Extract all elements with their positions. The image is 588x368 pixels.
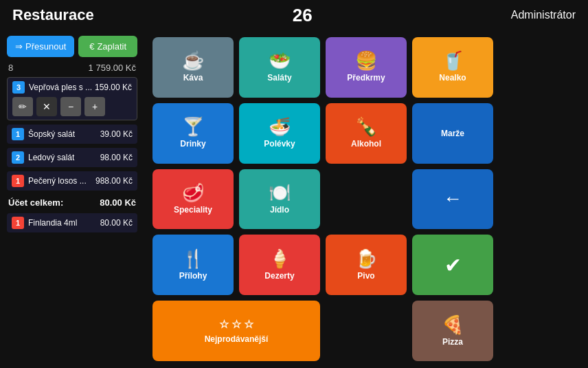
- empty-cell-5: [499, 235, 580, 295]
- empty-cell-7: [499, 301, 580, 361]
- dezerty-label: Dezerty: [264, 271, 294, 281]
- empty-cell-2: [499, 103, 580, 164]
- edit-minus-button[interactable]: −: [60, 97, 81, 116]
- user-label: Administrátor: [511, 9, 576, 21]
- item-price: 98.00 Kč: [100, 153, 133, 162]
- total-value: 80.00 Kč: [100, 197, 136, 208]
- order-summary-row: 8 1 759.00 Kč: [7, 63, 137, 73]
- edit-plus-button[interactable]: +: [84, 97, 105, 116]
- pizza-label: Pizza: [442, 337, 463, 347]
- main-layout: ⇒ Přesunout € Zaplatit 8 1 759.00 Kč 3 V…: [0, 30, 588, 368]
- pizza-icon: 🍕: [442, 316, 464, 334]
- item-name: Vepřová ples s ...: [29, 83, 95, 92]
- category-nealko[interactable]: 🥤 Nealko: [412, 37, 493, 98]
- prilohy-icon: 🍴: [182, 250, 204, 268]
- pivo-label: Pivo: [357, 271, 374, 281]
- empty-cell-4: [499, 169, 580, 230]
- category-speciality[interactable]: 🥩 Speciality: [152, 169, 234, 230]
- pivo-icon: 🍺: [355, 250, 377, 268]
- left-panel: ⇒ Přesunout € Zaplatit 8 1 759.00 Kč 3 V…: [0, 30, 144, 368]
- item-price: 988.00 Kč: [95, 176, 133, 186]
- edit-controls: ✏ ✕ − +: [12, 97, 132, 116]
- item-name: Finlandia 4ml: [28, 218, 100, 228]
- order-total: 1 759.00 Kč: [89, 63, 136, 73]
- item-qty: 1: [12, 217, 24, 229]
- transfer-button[interactable]: ⇒ Přesunout: [7, 36, 74, 57]
- pay-button[interactable]: € Zaplatit: [78, 36, 137, 57]
- finlandia-item: 1 Finlandia 4ml 80.00 Kč: [7, 213, 137, 232]
- category-salaty[interactable]: 🥗 Saláty: [239, 37, 320, 98]
- right-panel: ☕ Káva 🥗 Saláty 🍔 Předkrmy 🥤 Nealko 🍸 Dr…: [144, 30, 588, 368]
- category-polevky[interactable]: 🍜 Polévky: [239, 103, 320, 164]
- item-qty: 1: [12, 175, 24, 187]
- dezerty-icon: 🍦: [269, 250, 291, 268]
- polevky-icon: 🍜: [269, 118, 291, 136]
- category-pizza[interactable]: 🍕 Pizza: [412, 301, 493, 361]
- total-label: Účet celkem:: [8, 197, 63, 208]
- empty-cell-3: [326, 169, 407, 230]
- category-marze[interactable]: Marže: [412, 103, 493, 164]
- transfer-icon: ⇒: [15, 41, 23, 52]
- alkohol-icon: 🍾: [355, 118, 377, 136]
- header: Restaurace 26 Administrátor: [0, 0, 588, 30]
- table-number: 26: [293, 5, 313, 26]
- confirm-button[interactable]: ✔: [412, 235, 493, 295]
- marze-label: Marže: [441, 129, 464, 138]
- nealko-label: Nealko: [439, 73, 466, 83]
- order-item: 2 Ledový salát 98.00 Kč: [7, 148, 137, 167]
- speciality-icon: 🥩: [182, 184, 204, 202]
- category-kava[interactable]: ☕ Káva: [152, 37, 234, 98]
- item-qty: 1: [12, 128, 24, 140]
- category-alkohol[interactable]: 🍾 Alkohol: [326, 103, 407, 164]
- jidlo-icon: 🍽️: [269, 184, 291, 202]
- app-title: Restaurace: [12, 6, 94, 24]
- prilohy-label: Přílohy: [179, 271, 207, 281]
- edit-pencil-button[interactable]: ✏: [12, 97, 33, 116]
- order-item: 1 Pečený losos ... 988.00 Kč: [7, 171, 137, 191]
- alkohol-label: Alkohol: [351, 139, 381, 149]
- confirm-icon: ✔: [444, 253, 462, 277]
- item-qty: 2: [12, 151, 24, 164]
- salaty-icon: 🥗: [269, 52, 291, 69]
- total-row: Účet celkem: 80.00 Kč: [7, 195, 137, 209]
- predkrmy-label: Předkrmy: [347, 73, 385, 83]
- category-grid: ☕ Káva 🥗 Saláty 🍔 Předkrmy 🥤 Nealko 🍸 Dr…: [152, 37, 580, 361]
- order-count: 8: [8, 63, 13, 73]
- item-name: Pečený losos ...: [28, 176, 95, 186]
- item-price: 80.00 Kč: [100, 218, 133, 228]
- kava-label: Káva: [183, 73, 203, 83]
- nejprodavanejsi-label: Nejprodávanější: [205, 334, 269, 344]
- empty-cell-1: [499, 37, 580, 98]
- action-buttons: ⇒ Přesunout € Zaplatit: [7, 36, 137, 57]
- item-price: 39.00 Kč: [100, 129, 133, 139]
- order-item: 3 Vepřová ples s ... 159.00 Kč ✏ ✕ − +: [7, 77, 137, 120]
- edit-delete-button[interactable]: ✕: [36, 97, 57, 116]
- item-name: Šopský salát: [28, 129, 100, 139]
- predkrmy-icon: 🍔: [355, 52, 377, 69]
- category-nejprodavanejsi[interactable]: ☆ ☆ ☆ Nejprodávanější: [152, 301, 320, 361]
- back-button[interactable]: ←: [412, 169, 493, 230]
- category-jidlo[interactable]: 🍽️ Jídlo: [239, 169, 320, 230]
- category-predkrmy[interactable]: 🍔 Předkrmy: [326, 37, 407, 98]
- kava-icon: ☕: [182, 52, 204, 69]
- item-price: 159.00 Kč: [95, 83, 132, 92]
- back-icon: ←: [443, 188, 462, 210]
- category-dezerty[interactable]: 🍦 Dezerty: [239, 235, 320, 295]
- empty-cell-6: [326, 301, 407, 361]
- category-prilohy[interactable]: 🍴 Přílohy: [152, 235, 234, 295]
- category-pivo[interactable]: 🍺 Pivo: [326, 235, 407, 295]
- category-drinky[interactable]: 🍸 Drinky: [152, 103, 234, 164]
- order-item: 1 Šopský salát 39.00 Kč: [7, 125, 137, 144]
- item-qty: 3: [12, 81, 25, 94]
- polevky-label: Polévky: [264, 139, 295, 149]
- salaty-label: Saláty: [267, 73, 291, 83]
- drinky-label: Drinky: [180, 139, 205, 149]
- jidlo-label: Jídlo: [270, 205, 289, 215]
- nealko-icon: 🥤: [442, 52, 464, 69]
- pay-icon: €: [89, 41, 94, 52]
- speciality-label: Speciality: [174, 205, 212, 215]
- drinky-icon: 🍸: [182, 118, 204, 136]
- item-name: Ledový salát: [28, 153, 100, 162]
- stars-icon: ☆ ☆ ☆: [219, 318, 254, 331]
